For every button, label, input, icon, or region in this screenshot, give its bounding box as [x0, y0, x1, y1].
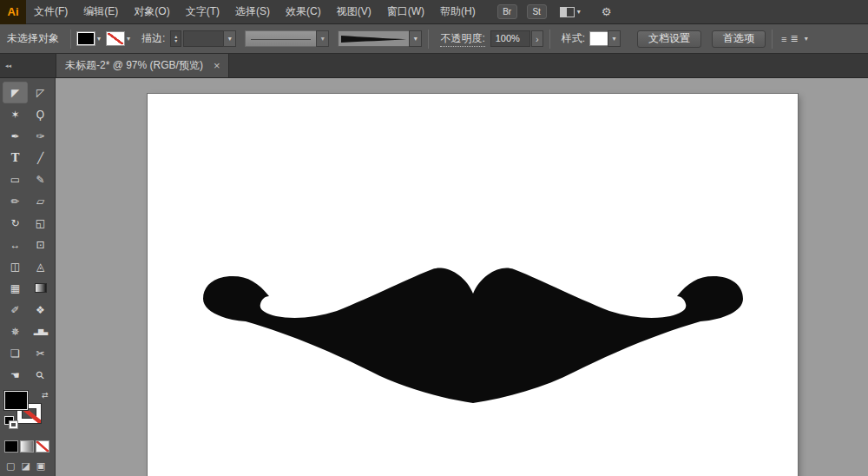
stroke-color-control[interactable]: ▾ [107, 32, 130, 45]
align-options-button[interactable]: ≡ ≣ ▾ [781, 33, 808, 44]
pen-nib-icon: ✒ [10, 131, 19, 142]
menu-item-help[interactable]: 帮助(H) [432, 0, 483, 23]
gradient-button[interactable] [20, 440, 34, 453]
canvas-area[interactable] [56, 78, 868, 476]
arrange-documents-button[interactable]: ▾ [560, 7, 581, 17]
selection-tool[interactable]: ◤ [3, 82, 28, 103]
paintbrush-tool[interactable]: ✎ [28, 169, 53, 190]
eraser-tool[interactable]: ▱ [28, 190, 53, 212]
menu-item-file[interactable]: 文件(F) [26, 0, 76, 23]
profile-dropdown-button: ▾ [316, 30, 329, 47]
chevron-down-icon: ▾ [577, 9, 581, 16]
opacity-panel-button[interactable]: › [531, 30, 543, 47]
menu-item-window[interactable]: 窗口(W) [379, 0, 432, 23]
mesh-tool[interactable]: ▦ [3, 277, 28, 299]
menu-item-edit[interactable]: 编辑(E) [76, 0, 126, 23]
magic-wand-tool[interactable]: ✶ [3, 103, 28, 125]
none-button[interactable] [36, 440, 49, 453]
stroke-weight-dropdown[interactable]: ▾ [183, 30, 236, 47]
draw-inside-mode-button[interactable]: ▣ [36, 460, 45, 472]
document-tab[interactable]: 未标题-2* @ 97% (RGB/预览) × [56, 54, 229, 77]
column-graph-tool[interactable]: ▂▆▃ [28, 321, 53, 342]
mustache-shape[interactable] [203, 268, 743, 403]
pencil-icon: ✏ [10, 196, 19, 207]
menu-bar: Ai 文件(F) 编辑(E) 对象(O) 文字(T) 选择(S) 效果(C) 视… [0, 0, 868, 24]
menu-item-effect[interactable]: 效果(C) [278, 0, 329, 23]
direct-selection-tool[interactable]: ◸ [28, 82, 53, 103]
control-bar: 未选择对象 ▾ ▾ 描边: ▴ ▾ ▾ ▾ ▾ 不透明度: [0, 24, 868, 54]
tools-panel-collapse-icon[interactable]: ◂◂ [5, 63, 11, 69]
workspace-switcher-button[interactable]: ⚙ [602, 5, 612, 18]
free-transform-tool[interactable]: ⊡ [28, 234, 53, 255]
stroke-weight-stepper[interactable]: ▴ ▾ [170, 30, 181, 47]
opacity-input[interactable]: 100% [490, 30, 530, 47]
bridge-button[interactable]: Br [497, 4, 517, 19]
perspective-grid-tool[interactable]: ◬ [28, 255, 53, 277]
zoom-tool[interactable]: ⚲ [28, 364, 53, 386]
direct-selection-arrow-icon: ◸ [36, 88, 44, 98]
eyedropper-icon: ✐ [10, 305, 19, 315]
drawing-mode-buttons: ▢ ◪ ▣ [6, 460, 55, 472]
rectangle-tool[interactable]: ▭ [3, 169, 28, 190]
preferences-button[interactable]: 首选项 [712, 30, 766, 48]
gradient-tool[interactable] [28, 277, 53, 299]
stroke-weight-dropdown-button[interactable]: ▾ [223, 30, 236, 47]
rotate-tool[interactable]: ↻ [3, 212, 28, 234]
menu-item-select[interactable]: 选择(S) [227, 0, 278, 23]
eyedropper-tool[interactable]: ✐ [3, 299, 28, 321]
default-stroke-mini-swatch[interactable] [10, 421, 17, 428]
symbol-sprayer-tool[interactable]: ✵ [3, 321, 28, 342]
mesh-icon: ▦ [10, 283, 20, 294]
chevron-down-icon: ▾ [613, 36, 616, 43]
menu-item-object[interactable]: 对象(O) [126, 0, 177, 23]
width-tool[interactable]: ↔ [3, 234, 28, 255]
scale-tool[interactable]: ◱ [28, 212, 53, 234]
shape-builder-tool[interactable]: ◫ [3, 255, 28, 277]
swap-fill-stroke-icon[interactable]: ⇄ [42, 391, 49, 400]
paintbrush-icon: ✎ [36, 175, 44, 185]
draw-normal-mode-button[interactable]: ▢ [6, 460, 15, 472]
artboard-icon: ❏ [10, 348, 20, 359]
brush-definition-dropdown[interactable]: ▾ [338, 30, 422, 47]
slice-tool[interactable]: ✂ [28, 342, 53, 364]
fill-color-control[interactable]: ▾ [77, 32, 101, 45]
document-setup-button[interactable]: 文档设置 [637, 30, 701, 48]
document-tab-title: 未标题-2* @ 97% (RGB/预览) [65, 58, 203, 73]
lasso-tool[interactable]: Ϙ [28, 103, 53, 125]
gear-icon: ⚙ [602, 5, 612, 18]
opacity-arrow-icon: › [536, 34, 539, 44]
fill-stroke-indicator: ⇄ [4, 391, 55, 433]
pen-tool[interactable]: ✒ [3, 125, 28, 147]
type-tool[interactable]: T [3, 147, 28, 169]
color-button[interactable] [4, 440, 18, 453]
arrange-documents-icon [560, 7, 575, 17]
blend-tool[interactable]: ❖ [28, 299, 53, 321]
brush-stroke-shape [341, 36, 406, 43]
selection-status: 未选择对象 [7, 31, 59, 46]
opacity-label[interactable]: 不透明度: [440, 31, 484, 47]
menu-item-view[interactable]: 视图(V) [329, 0, 379, 23]
artboard-tool[interactable]: ❏ [3, 342, 28, 364]
hand-tool[interactable]: ☚ [3, 364, 28, 386]
tab-close-icon[interactable]: × [214, 59, 220, 72]
brush-dropdown-button[interactable]: ▾ [409, 30, 422, 47]
style-dropdown-button[interactable]: ▾ [608, 30, 621, 47]
line-segment-tool[interactable]: ╱ [28, 147, 53, 169]
align-icon: ≡ [781, 34, 786, 44]
rectangle-icon: ▭ [10, 175, 20, 185]
fill-indicator-swatch[interactable] [4, 391, 28, 410]
curvature-tool[interactable]: ✑ [28, 125, 53, 147]
stroke-weight-value [183, 30, 223, 47]
draw-behind-mode-button[interactable]: ◪ [21, 460, 30, 472]
chevron-down-icon: ▾ [127, 36, 130, 43]
selection-arrow-icon: ◤ [11, 88, 19, 98]
style-swatch [590, 32, 608, 45]
eraser-icon: ▱ [36, 196, 44, 207]
symbol-sprayer-icon: ✵ [10, 327, 19, 337]
pencil-tool[interactable]: ✏ [3, 190, 28, 212]
stock-button[interactable]: St [527, 4, 547, 19]
style-swatch-control[interactable]: ▾ [590, 30, 621, 47]
zoom-icon: ⚲ [34, 368, 47, 381]
style-label: 样式: [562, 31, 585, 46]
menu-item-type[interactable]: 文字(T) [178, 0, 227, 23]
